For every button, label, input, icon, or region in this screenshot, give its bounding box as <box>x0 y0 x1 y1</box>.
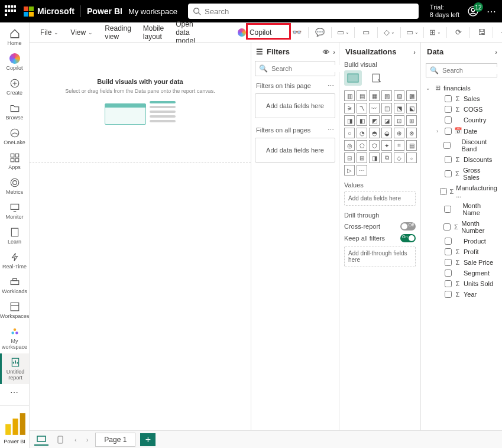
viz-type-button[interactable]: ◎ <box>344 140 355 151</box>
reading-view-button[interactable]: Reading view <box>100 22 136 43</box>
text-button[interactable]: ▭ <box>358 25 374 40</box>
viz-type-button[interactable]: ◓ <box>369 128 380 138</box>
nav-my-workspace[interactable]: My workspace <box>0 323 29 353</box>
field-checkbox[interactable] <box>445 280 452 287</box>
field-node[interactable]: ΣCOGS <box>436 104 497 115</box>
view-menu[interactable]: View⌄ <box>66 26 98 39</box>
nav-home[interactable]: Home <box>0 25 29 50</box>
viz-type-button[interactable]: ▥ <box>344 90 355 101</box>
expand-icon[interactable]: › <box>436 128 442 134</box>
expand-icon[interactable]: › <box>495 48 497 56</box>
viz-type-button[interactable]: ⬔ <box>394 103 404 113</box>
nav-metrics[interactable]: Metrics <box>0 174 29 199</box>
visual-button[interactable]: ▭⌄ <box>335 25 351 40</box>
field-checkbox[interactable] <box>443 142 451 149</box>
viz-type-button[interactable]: ◇ <box>394 152 404 163</box>
viz-type-button[interactable]: ○ <box>344 128 355 138</box>
field-checkbox[interactable] <box>445 291 452 298</box>
shapes-button[interactable]: ◇⌄ <box>381 25 397 40</box>
viz-type-button[interactable]: ▩ <box>406 90 417 101</box>
viz-type-button[interactable]: ⊕ <box>394 128 404 138</box>
file-menu[interactable]: File⌄ <box>35 26 63 39</box>
viz-type-button[interactable]: ⧉ <box>381 152 392 163</box>
nav-copilot[interactable]: Copilot <box>0 50 29 74</box>
notifications-button[interactable]: 12 <box>468 6 478 17</box>
nav-apps[interactable]: Apps <box>0 149 29 174</box>
viz-type-button[interactable]: ◨ <box>369 152 380 163</box>
viz-type-button[interactable]: ▷ <box>344 165 355 176</box>
data-search-input[interactable] <box>439 67 502 74</box>
nav-monitor[interactable]: Monitor <box>0 199 29 223</box>
collapse-icon[interactable]: ⌄ <box>426 85 432 91</box>
viz-type-button[interactable]: ▦ <box>369 90 380 101</box>
field-node[interactable]: Discount Band <box>436 137 497 154</box>
viz-type-button[interactable]: ⚞ <box>344 103 355 113</box>
field-checkbox[interactable] <box>445 156 452 163</box>
build-tab[interactable] <box>344 70 362 86</box>
field-node[interactable]: Month Name <box>436 200 497 218</box>
keep-filters-toggle[interactable]: On <box>400 234 416 242</box>
field-checkbox[interactable] <box>445 248 452 255</box>
viz-type-button[interactable]: ◩ <box>369 115 380 126</box>
eye-icon[interactable]: 👁 <box>323 48 329 56</box>
viz-type-button[interactable]: ◒ <box>381 128 392 138</box>
save-button[interactable]: 🖫 <box>474 25 489 40</box>
filters-all-dropzone[interactable]: Add data fields here <box>255 138 335 163</box>
field-node[interactable]: Product <box>436 236 497 246</box>
comment-button[interactable]: 💬 <box>312 25 328 40</box>
prev-page-button[interactable]: ‹ <box>72 436 79 443</box>
page-tab[interactable]: Page 1 <box>95 433 135 447</box>
field-node[interactable]: ΣYear <box>436 289 497 300</box>
viz-type-button[interactable]: ⬠ <box>357 140 367 151</box>
table-node[interactable]: ⌄ ⊞ financials <box>426 82 497 93</box>
nav-workloads[interactable]: Workloads <box>0 273 29 298</box>
mobile-view-button[interactable] <box>53 434 67 446</box>
product-label[interactable]: Power BI <box>87 7 122 16</box>
nav-realtime[interactable]: Real-Time <box>0 248 29 273</box>
viz-type-button[interactable]: ▤ <box>406 140 417 151</box>
desktop-view-button[interactable] <box>34 434 48 446</box>
viz-type-button[interactable]: ⊞ <box>357 152 367 163</box>
field-checkbox[interactable] <box>445 270 452 277</box>
mobile-layout-button[interactable]: Mobile layout <box>138 22 169 43</box>
field-checkbox[interactable] <box>443 223 451 231</box>
cross-report-toggle[interactable]: Off <box>400 222 416 231</box>
field-checkbox[interactable] <box>445 95 452 102</box>
filters-page-dropzone[interactable]: Add data fields here <box>255 93 335 118</box>
viz-type-button[interactable]: ▤ <box>357 90 367 101</box>
drillthrough-dropzone[interactable]: Add drill-through fields here <box>344 246 416 267</box>
nav-more[interactable]: ⋯ <box>0 384 29 401</box>
field-node[interactable]: ΣUnits Sold <box>436 278 497 289</box>
viz-type-button[interactable]: ⊡ <box>394 115 404 126</box>
viz-type-button[interactable]: ▨ <box>394 90 404 101</box>
global-search-input[interactable] <box>188 4 419 19</box>
workspace-label[interactable]: My workspace <box>128 7 177 16</box>
add-page-button[interactable]: + <box>140 433 156 446</box>
more-icon[interactable]: ⋯ <box>328 82 334 90</box>
field-checkbox[interactable] <box>445 116 452 124</box>
field-node[interactable]: ΣSales <box>436 93 497 104</box>
viz-type-button[interactable]: ◧ <box>357 115 367 126</box>
expand-icon[interactable]: › <box>333 48 335 56</box>
field-checkbox[interactable] <box>444 206 451 213</box>
trial-status[interactable]: Trial: 8 days left <box>430 4 459 19</box>
toolbar-more-button[interactable]: ⋯ <box>497 25 502 40</box>
viz-type-button[interactable]: ✦ <box>381 140 392 151</box>
field-node[interactable]: ΣGross Sales <box>436 165 497 183</box>
field-node[interactable]: ΣDiscounts <box>436 154 497 165</box>
header-more-button[interactable]: ⋯ <box>487 6 497 17</box>
field-checkbox[interactable] <box>440 188 447 195</box>
nav-learn[interactable]: Learn <box>0 223 29 248</box>
viz-type-button[interactable]: ⌗ <box>394 140 404 151</box>
field-node[interactable]: ›📅Date <box>436 125 497 137</box>
viz-type-button[interactable]: ◪ <box>381 115 392 126</box>
viz-type-button[interactable]: 〽 <box>357 103 367 113</box>
field-node[interactable]: Country <box>436 115 497 125</box>
viz-type-button[interactable]: ⊗ <box>406 128 417 138</box>
values-dropzone[interactable]: Add data fields here <box>344 191 416 206</box>
nav-onelake[interactable]: OneLake <box>0 124 29 149</box>
explore-button[interactable]: 👓 <box>289 25 305 40</box>
field-checkbox[interactable] <box>445 106 452 113</box>
viz-type-button[interactable]: ⋯ <box>357 165 367 176</box>
powerbi-switcher[interactable]: Power BI <box>0 405 29 448</box>
